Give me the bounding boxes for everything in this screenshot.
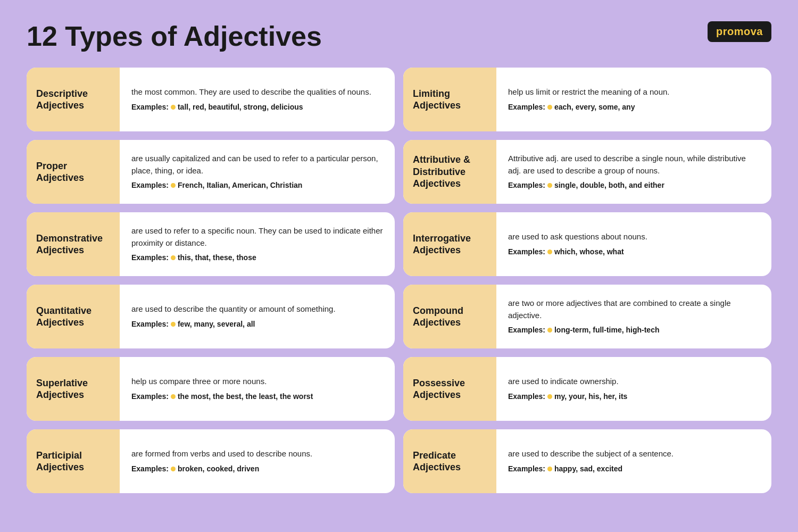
card-label-text-predicate: Predicate Adjectives — [413, 450, 487, 473]
card-content-descriptive: the most common. They are used to descri… — [120, 68, 383, 131]
card-desc-limiting: help us limit or restrict the meaning of… — [508, 86, 670, 98]
card-label-text-interrogative: Interrogative Adjectives — [413, 232, 487, 256]
card-desc-proper: are usually capitalized and can be used … — [131, 153, 383, 177]
card-descriptive: Descriptive Adjectives the most common. … — [27, 68, 395, 131]
card-interrogative: Interrogative Adjectives are used to ask… — [403, 212, 771, 276]
card-examples-quantitative: Examples: few, many, several, all — [131, 319, 336, 330]
example-dot-interrogative — [547, 250, 552, 254]
card-label-participial: Participial Adjectives — [27, 429, 120, 493]
card-desc-compound: are two or more adjectives that are comb… — [508, 297, 760, 321]
card-content-interrogative: are used to ask questions about nouns. E… — [496, 212, 659, 276]
examples-label: Examples: — [508, 392, 545, 401]
adjectives-grid: Descriptive Adjectives the most common. … — [27, 68, 771, 493]
card-label-text-descriptive: Descriptive Adjectives — [36, 88, 110, 112]
card-desc-possessive: are used to indicate ownership. — [508, 376, 627, 388]
card-label-text-quantitative: Quantitative Adjectives — [36, 305, 110, 329]
examples-label: Examples: — [508, 247, 545, 256]
card-examples-demonstrative: Examples: this, that, these, those — [131, 252, 383, 263]
example-dot-participial — [171, 467, 176, 471]
examples-label: Examples: — [508, 103, 545, 111]
example-dot-compound — [547, 328, 552, 332]
card-demonstrative: Demonstrative Adjectives are used to ref… — [27, 212, 395, 276]
card-examples-limiting: Examples: each, every, some, any — [508, 102, 670, 113]
card-possessive: Possessive Adjectives are used to indica… — [403, 357, 771, 421]
example-dot-quantitative — [171, 322, 176, 327]
examples-text-interrogative: which, whose, what — [554, 247, 624, 256]
card-examples-descriptive: Examples: tall, red, beautiful, strong, … — [131, 102, 371, 113]
card-content-attributive-distributive: Attributive adj. are used to describe a … — [496, 140, 771, 204]
card-quantitative: Quantitative Adjectives are used to desc… — [27, 285, 395, 348]
example-dot-superlative — [171, 394, 176, 399]
card-label-text-compound: Compound Adjectives — [413, 305, 487, 329]
examples-text-quantitative: few, many, several, all — [178, 320, 255, 328]
card-label-limiting: Limiting Adjectives — [403, 68, 496, 131]
card-label-text-attributive-distributive: Attributive & Distributive Adjectives — [413, 154, 487, 190]
card-label-interrogative: Interrogative Adjectives — [403, 212, 496, 276]
examples-text-superlative: the most, the best, the least, the worst — [178, 392, 313, 401]
examples-label: Examples: — [508, 181, 545, 189]
card-examples-proper: Examples: French, Italian, American, Chr… — [131, 180, 383, 191]
examples-label: Examples: — [131, 181, 169, 189]
card-examples-predicate: Examples: happy, sad, excited — [508, 463, 674, 475]
examples-text-predicate: happy, sad, excited — [554, 464, 622, 473]
card-desc-demonstrative: are used to refer to a specific noun. Th… — [131, 225, 383, 249]
card-content-participial: are formed from verbs and used to descri… — [120, 429, 324, 493]
example-dot-attributive-distributive — [547, 183, 552, 188]
card-limiting: Limiting Adjectives help us limit or res… — [403, 68, 771, 131]
examples-label: Examples: — [131, 464, 169, 473]
card-label-superlative: Superlative Adjectives — [27, 357, 120, 421]
card-examples-superlative: Examples: the most, the best, the least,… — [131, 391, 313, 402]
examples-label: Examples: — [131, 392, 169, 401]
card-participial: Participial Adjectives are formed from v… — [27, 429, 395, 493]
examples-text-compound: long-term, full-time, high-tech — [554, 326, 660, 334]
card-content-possessive: are used to indicate ownership. Examples… — [496, 357, 639, 421]
card-label-possessive: Possessive Adjectives — [403, 357, 496, 421]
card-label-text-demonstrative: Demonstrative Adjectives — [36, 232, 110, 256]
card-content-limiting: help us limit or restrict the meaning of… — [496, 68, 681, 131]
card-attributive-distributive: Attributive & Distributive Adjectives At… — [403, 140, 771, 204]
card-desc-interrogative: are used to ask questions about nouns. — [508, 231, 647, 243]
card-label-predicate: Predicate Adjectives — [403, 429, 496, 493]
card-compound: Compound Adjectives are two or more adje… — [403, 285, 771, 348]
card-label-compound: Compound Adjectives — [403, 285, 496, 348]
example-dot-predicate — [547, 467, 552, 471]
card-label-text-proper: Proper Adjectives — [36, 160, 110, 184]
card-desc-participial: are formed from verbs and used to descri… — [131, 448, 312, 460]
card-content-superlative: help us compare three or more nouns. Exa… — [120, 357, 325, 421]
examples-text-limiting: each, every, some, any — [554, 103, 635, 111]
card-desc-superlative: help us compare three or more nouns. — [131, 376, 313, 388]
logo: promova — [708, 21, 771, 42]
card-desc-attributive-distributive: Attributive adj. are used to describe a … — [508, 153, 760, 177]
card-examples-attributive-distributive: Examples: single, double, both, and eith… — [508, 180, 760, 191]
card-content-compound: are two or more adjectives that are comb… — [496, 285, 771, 348]
card-label-quantitative: Quantitative Adjectives — [27, 285, 120, 348]
card-content-proper: are usually capitalized and can be used … — [120, 140, 395, 204]
examples-label: Examples: — [131, 320, 169, 328]
card-label-demonstrative: Demonstrative Adjectives — [27, 212, 120, 276]
page-title: 12 Types of Adjectives — [27, 21, 322, 52]
card-label-text-possessive: Possessive Adjectives — [413, 377, 487, 401]
card-label-attributive-distributive: Attributive & Distributive Adjectives — [403, 140, 496, 204]
example-dot-descriptive — [171, 105, 176, 110]
card-label-text-participial: Participial Adjectives — [36, 450, 110, 473]
card-proper: Proper Adjectives are usually capitalize… — [27, 140, 395, 204]
logo-text: promova — [716, 26, 763, 37]
page-header: 12 Types of Adjectives promova — [27, 21, 771, 52]
card-examples-interrogative: Examples: which, whose, what — [508, 246, 647, 257]
examples-text-demonstrative: this, that, these, those — [178, 253, 256, 262]
card-predicate: Predicate Adjectives are used to describ… — [403, 429, 771, 493]
example-dot-proper — [171, 183, 176, 188]
card-label-descriptive: Descriptive Adjectives — [27, 68, 120, 131]
card-superlative: Superlative Adjectives help us compare t… — [27, 357, 395, 421]
card-content-quantitative: are used to describe the quantity or amo… — [120, 285, 347, 348]
card-desc-descriptive: the most common. They are used to descri… — [131, 86, 371, 98]
card-desc-quantitative: are used to describe the quantity or amo… — [131, 303, 336, 315]
card-content-predicate: are used to describe the subject of a se… — [496, 429, 685, 493]
card-label-text-superlative: Superlative Adjectives — [36, 377, 110, 401]
card-label-text-limiting: Limiting Adjectives — [413, 88, 487, 112]
card-label-proper: Proper Adjectives — [27, 140, 120, 204]
examples-text-possessive: my, your, his, her, its — [554, 392, 627, 401]
examples-label: Examples: — [131, 253, 169, 262]
examples-label: Examples: — [508, 326, 545, 334]
card-content-demonstrative: are used to refer to a specific noun. Th… — [120, 212, 395, 276]
